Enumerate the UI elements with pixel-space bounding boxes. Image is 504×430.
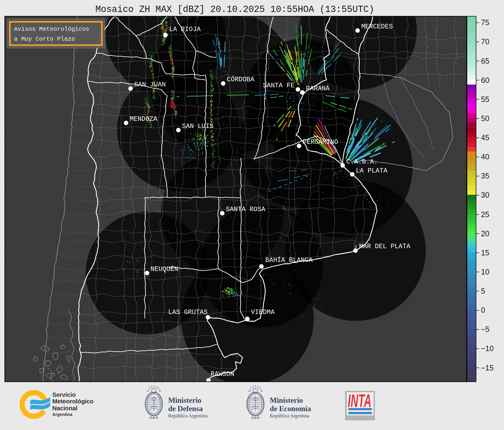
svg-text:SANTA ROSA: SANTA ROSA (226, 206, 266, 213)
svg-text:35: 35 (481, 172, 489, 180)
svg-text:60: 60 (481, 76, 489, 84)
svg-text:Meteorológico: Meteorológico (52, 398, 94, 405)
svg-text:BAHÍA BLANCA: BAHÍA BLANCA (265, 256, 313, 264)
svg-text:10: 10 (481, 268, 489, 276)
svg-text:30: 30 (481, 191, 489, 199)
svg-text:PARANÁ: PARANÁ (306, 85, 330, 92)
svg-text:Nacional: Nacional (52, 405, 77, 411)
svg-text:75: 75 (481, 18, 489, 27)
svg-text:SAN JUAN: SAN JUAN (134, 81, 166, 89)
svg-text:SANTA FE: SANTA FE (263, 82, 295, 89)
svg-text:a Muy Corto Plazo: a Muy Corto Plazo (14, 36, 75, 42)
svg-text:45: 45 (481, 133, 489, 142)
svg-text:−5: −5 (481, 325, 490, 333)
svg-text:MAR DEL PLATA: MAR DEL PLATA (359, 243, 410, 250)
svg-text:20: 20 (481, 229, 489, 238)
svg-text:de Economía: de Economía (270, 405, 311, 413)
svg-text:−15: −15 (481, 364, 494, 372)
svg-text:República Argentina: República Argentina (168, 413, 208, 419)
svg-text:Mosaico ZH MAX [dBZ] 20.10.202: Mosaico ZH MAX [dBZ] 20.10.2025 10:55HOA… (95, 4, 374, 15)
svg-text:55: 55 (481, 95, 489, 103)
svg-text:15: 15 (481, 248, 489, 257)
svg-text:MERCEDES: MERCEDES (361, 23, 393, 31)
svg-text:MENDOZA: MENDOZA (130, 115, 157, 123)
svg-text:5: 5 (481, 287, 485, 295)
svg-text:VIEDMA: VIEDMA (251, 309, 275, 316)
svg-text:INTA: INTA (348, 390, 371, 411)
svg-text:PERGAMINO: PERGAMINO (303, 138, 338, 146)
svg-text:LAS GRUTAS: LAS GRUTAS (168, 309, 208, 316)
svg-text:NEUQUÉN: NEUQUÉN (151, 265, 178, 273)
svg-text:de Defensa: de Defensa (168, 405, 203, 413)
svg-text:0: 0 (481, 306, 485, 314)
svg-text:−10: −10 (481, 344, 494, 353)
svg-text:SAN LUIS: SAN LUIS (182, 123, 214, 130)
svg-text:Argentina: Argentina (52, 412, 73, 417)
svg-text:CÓRDOBA: CÓRDOBA (227, 76, 255, 83)
svg-text:Ministerio: Ministerio (168, 396, 201, 404)
svg-text:República Argentina: República Argentina (270, 413, 309, 419)
svg-text:RAWSON: RAWSON (211, 370, 234, 378)
svg-text:50: 50 (481, 114, 489, 123)
svg-text:65: 65 (481, 57, 489, 65)
svg-text:Avisos Meteorológicos: Avisos Meteorológicos (14, 26, 89, 33)
svg-text:LA PLATA: LA PLATA (356, 167, 387, 175)
svg-text:70: 70 (481, 37, 489, 46)
svg-text:LA RIOJA: LA RIOJA (169, 26, 201, 33)
svg-text:25: 25 (481, 210, 489, 219)
svg-text:C.A.B.A.: C.A.B.A. (346, 158, 378, 166)
svg-text:Ministerio: Ministerio (270, 396, 303, 404)
svg-text:40: 40 (481, 153, 489, 161)
svg-text:Servicio: Servicio (52, 391, 76, 398)
